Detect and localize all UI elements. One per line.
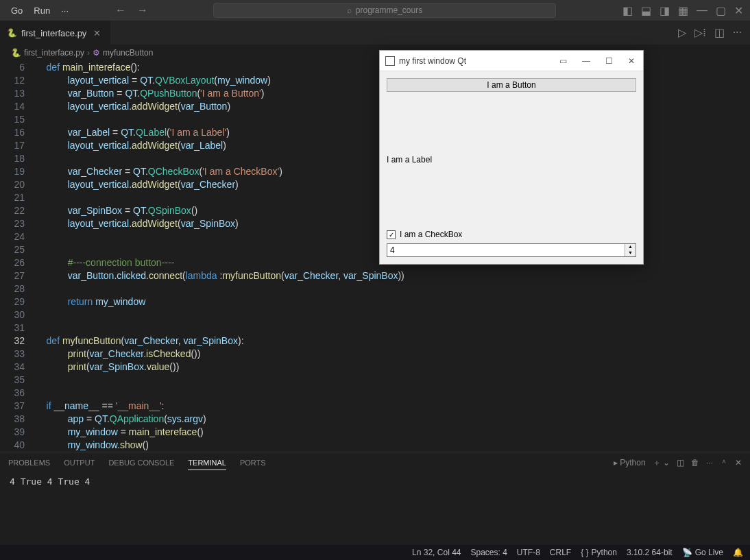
qt-window-title: my first window Qt <box>399 56 466 66</box>
maximize-icon[interactable]: ▢ <box>714 3 727 19</box>
python-file-icon: 🐍 <box>11 48 21 58</box>
panel-tab-output[interactable]: OUTPUT <box>64 456 95 470</box>
encoding[interactable]: UTF-8 <box>517 548 540 557</box>
go-live[interactable]: 📡 Go Live <box>682 548 723 557</box>
language-mode[interactable]: { } Python <box>581 548 617 557</box>
terminal-output[interactable]: 4 True 4 True 4 <box>0 473 750 490</box>
search-text: programme_cours <box>356 5 422 15</box>
menu-run[interactable]: Run <box>28 5 56 16</box>
panel-tab-debug-console[interactable]: DEBUG CONSOLE <box>108 456 174 470</box>
panel-tab-problems[interactable]: PROBLEMS <box>8 456 50 470</box>
tab-filename: first_interface.py <box>21 28 86 38</box>
qt-help-icon[interactable]: ▭ <box>557 53 570 69</box>
panel-tab-terminal[interactable]: TERMINAL <box>188 456 226 470</box>
qt-minimize-icon[interactable]: — <box>579 53 593 69</box>
qt-push-button[interactable]: I am a Button <box>387 78 636 92</box>
command-center[interactable]: ⌕ programme_cours <box>213 3 556 18</box>
qt-app-window[interactable]: my first window Qt ▭ — ☐ ✕ I am a Button… <box>379 50 644 265</box>
split-editor-icon[interactable]: ◫ <box>714 26 725 39</box>
run-debug-icon[interactable]: ▷⁞ <box>694 26 706 39</box>
tabs-bar: 🐍 first_interface.py ✕ ▷ ▷⁞ ◫ ··· <box>0 21 750 45</box>
titlebar: Go Run ··· ← → ⌕ programme_cours ◧ ⬓ ◨ ▦… <box>0 0 750 21</box>
qt-label: I am a Label <box>387 92 636 227</box>
python-version[interactable]: 3.10.2 64-bit <box>627 548 673 557</box>
qt-spinbox-input[interactable] <box>387 244 625 256</box>
indentation[interactable]: Spaces: 4 <box>470 548 507 557</box>
qt-titlebar[interactable]: my first window Qt ▭ — ☐ ✕ <box>380 51 643 71</box>
minimize-icon[interactable]: — <box>695 3 709 19</box>
breadcrumb-file[interactable]: first_interface.py <box>24 48 84 58</box>
terminal-profile[interactable]: ▸ Python <box>614 458 646 467</box>
qt-checkbox[interactable]: ✓ <box>387 230 396 239</box>
qt-spinbox[interactable]: ▲ ▼ <box>387 243 636 257</box>
bottom-panel: PROBLEMSOUTPUTDEBUG CONSOLETERMINALPORTS… <box>0 452 750 560</box>
notifications-icon[interactable]: 🔔 <box>733 548 743 557</box>
editor-tab[interactable]: 🐍 first_interface.py ✕ <box>0 21 110 45</box>
method-icon: ⚙ <box>93 48 100 58</box>
nav-forward-icon[interactable]: → <box>137 4 148 16</box>
qt-maximize-icon[interactable]: ☐ <box>603 53 616 69</box>
layout-sidebar-left-icon[interactable]: ◧ <box>621 3 634 19</box>
cursor-position[interactable]: Ln 32, Col 44 <box>412 548 461 557</box>
kill-terminal-icon[interactable]: 🗑 <box>691 458 699 467</box>
qt-checkbox-label[interactable]: I am a CheckBox <box>400 230 462 239</box>
nav-back-icon[interactable]: ← <box>115 4 126 16</box>
split-terminal-icon[interactable]: ◫ <box>677 458 684 467</box>
statusbar: Ln 32, Col 44 Spaces: 4 UTF-8 CRLF { } P… <box>0 545 750 560</box>
chevron-right-icon: › <box>87 48 90 58</box>
panel-close-icon[interactable]: ✕ <box>735 458 742 467</box>
layout-sidebar-right-icon[interactable]: ◨ <box>658 3 671 19</box>
close-icon[interactable]: ✕ <box>733 3 745 19</box>
tab-close-icon[interactable]: ✕ <box>90 28 104 38</box>
python-file-icon: 🐍 <box>7 28 17 38</box>
menu-more[interactable]: ··· <box>56 5 74 16</box>
qt-close-icon[interactable]: ✕ <box>625 53 638 69</box>
eol[interactable]: CRLF <box>550 548 571 557</box>
panel-more-icon[interactable]: ··· <box>706 458 713 467</box>
qt-spin-down-icon[interactable]: ▼ <box>625 250 636 256</box>
line-gutter: 6121314151617181920212223242526272829303… <box>0 61 36 452</box>
search-icon: ⌕ <box>347 5 352 15</box>
more-actions-icon[interactable]: ··· <box>733 26 742 39</box>
customize-layout-icon[interactable]: ▦ <box>677 3 690 19</box>
layout-panel-icon[interactable]: ⬓ <box>640 3 653 19</box>
qt-spin-up-icon[interactable]: ▲ <box>625 244 636 250</box>
panel-tab-ports[interactable]: PORTS <box>240 456 266 470</box>
breadcrumb-symbol[interactable]: myfuncButton <box>103 48 153 58</box>
run-python-icon[interactable]: ▷ <box>678 26 686 39</box>
qt-app-icon <box>385 56 395 66</box>
menu-go[interactable]: Go <box>5 5 28 16</box>
panel-maximize-icon[interactable]: ＾ <box>720 457 728 469</box>
new-terminal-icon[interactable]: ＋ ⌄ <box>653 457 670 469</box>
panel-tabs: PROBLEMSOUTPUTDEBUG CONSOLETERMINALPORTS <box>8 456 266 470</box>
